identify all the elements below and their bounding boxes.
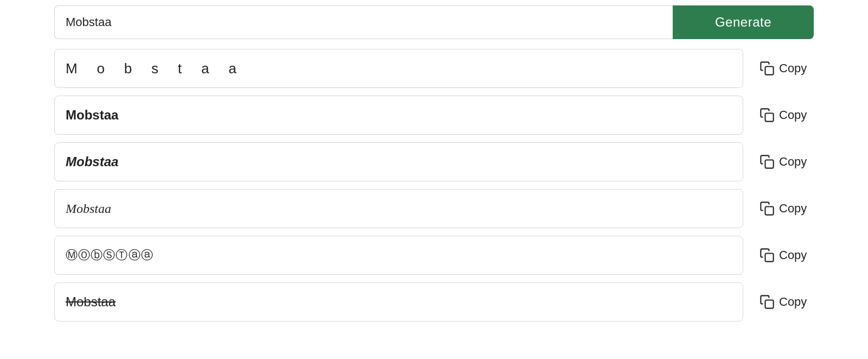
result-row-strikethrough: Mobstaa Copy xyxy=(54,282,814,322)
copy-button-bold[interactable]: Copy xyxy=(754,108,814,123)
result-row-wide-spaced: M o b s t a a Copy xyxy=(54,49,814,88)
copy-label-strikethrough: Copy xyxy=(779,295,807,309)
result-text-cursive: Mobstaa xyxy=(66,201,111,216)
copy-icon-strikethrough xyxy=(760,294,775,310)
copy-label-cursive: Copy xyxy=(779,201,807,216)
copy-icon-bold-italic xyxy=(760,154,775,169)
page-wrapper: Generate M o b s t a a Copy Mobstaa xyxy=(0,0,868,359)
svg-rect-2 xyxy=(765,160,774,168)
svg-rect-1 xyxy=(765,114,774,122)
result-text-circled: ⓂⓄⓑⓈⓉⓐⓐ xyxy=(66,247,154,263)
copy-label-bold: Copy xyxy=(779,108,807,122)
main-text-input[interactable] xyxy=(54,5,673,39)
copy-button-wide-spaced[interactable]: Copy xyxy=(754,61,814,76)
result-row-bold: Mobstaa Copy xyxy=(54,96,814,135)
result-row-bold-italic: Mobstaa Copy xyxy=(54,142,814,181)
result-text-bold: Mobstaa xyxy=(66,108,118,123)
result-box-wide-spaced: M o b s t a a xyxy=(54,49,743,88)
result-text-bold-italic: Mobstaa xyxy=(66,154,118,169)
result-box-bold-italic: Mobstaa xyxy=(54,142,743,181)
top-row: Generate xyxy=(54,5,814,39)
result-text-wide-spaced: M o b s t a a xyxy=(66,60,244,77)
result-box-strikethrough: Mobstaa xyxy=(54,282,743,322)
copy-button-strikethrough[interactable]: Copy xyxy=(754,294,814,310)
copy-icon-circled xyxy=(760,248,775,263)
copy-label-circled: Copy xyxy=(779,248,807,262)
generate-button[interactable]: Generate xyxy=(673,5,814,39)
copy-label-bold-italic: Copy xyxy=(779,155,807,169)
result-box-cursive: Mobstaa xyxy=(54,189,743,228)
copy-button-circled[interactable]: Copy xyxy=(754,248,814,263)
svg-rect-0 xyxy=(765,67,774,75)
copy-icon-bold xyxy=(760,108,775,123)
svg-rect-4 xyxy=(765,254,774,262)
copy-icon-wide-spaced xyxy=(760,61,775,76)
copy-button-cursive[interactable]: Copy xyxy=(754,201,814,216)
result-box-circled: ⓂⓄⓑⓈⓉⓐⓐ xyxy=(54,236,743,275)
result-row-cursive: Mobstaa Copy xyxy=(54,189,814,228)
copy-label-wide-spaced: Copy xyxy=(779,61,807,75)
result-text-strikethrough: Mobstaa xyxy=(66,294,116,310)
copy-icon-cursive xyxy=(760,201,775,216)
results-list: M o b s t a a Copy Mobstaa Copy xyxy=(54,49,814,322)
copy-button-bold-italic[interactable]: Copy xyxy=(754,154,814,169)
result-row-circled: ⓂⓄⓑⓈⓉⓐⓐ Copy xyxy=(54,236,814,275)
svg-rect-5 xyxy=(765,300,774,308)
result-box-bold: Mobstaa xyxy=(54,96,743,135)
svg-rect-3 xyxy=(765,207,774,215)
